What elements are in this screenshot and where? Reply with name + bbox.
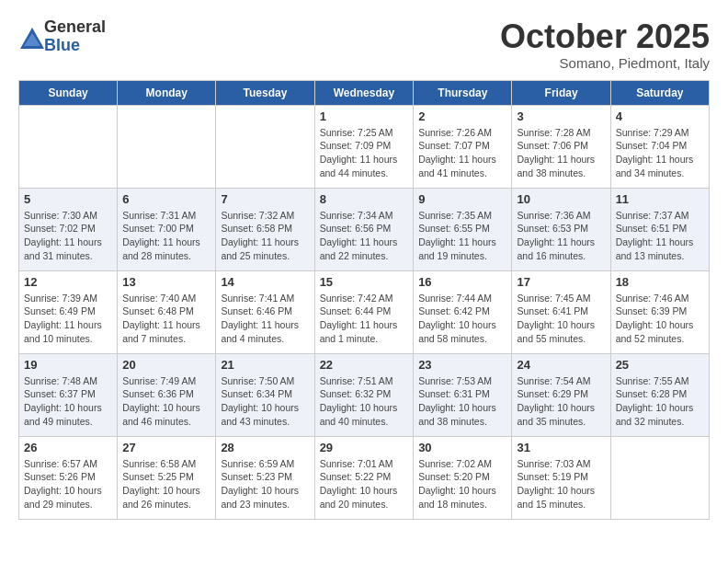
day-number: 23 bbox=[418, 358, 506, 372]
calendar-cell: 17Sunrise: 7:45 AMSunset: 6:41 PMDayligh… bbox=[512, 270, 610, 353]
calendar-cell: 3Sunrise: 7:28 AMSunset: 7:06 PMDaylight… bbox=[512, 105, 610, 188]
day-number: 19 bbox=[24, 358, 112, 372]
cell-content: Sunrise: 7:30 AMSunset: 7:02 PMDaylight:… bbox=[24, 210, 102, 261]
cell-content: Sunrise: 7:45 AMSunset: 6:41 PMDaylight:… bbox=[517, 293, 595, 344]
cell-content: Sunrise: 7:49 AMSunset: 6:36 PMDaylight:… bbox=[122, 375, 200, 427]
calendar-cell: 20Sunrise: 7:49 AMSunset: 6:36 PMDayligh… bbox=[118, 353, 216, 436]
cell-content: Sunrise: 7:53 AMSunset: 6:31 PMDaylight:… bbox=[418, 375, 496, 427]
calendar-cell: 15Sunrise: 7:42 AMSunset: 6:44 PMDayligh… bbox=[314, 270, 414, 353]
day-number: 27 bbox=[122, 441, 210, 454]
cell-content: Sunrise: 7:46 AMSunset: 6:39 PMDaylight:… bbox=[616, 293, 694, 344]
weekday-header: Tuesday bbox=[216, 80, 314, 105]
day-number: 16 bbox=[418, 275, 506, 289]
cell-content: Sunrise: 6:58 AMSunset: 5:25 PMDaylight:… bbox=[122, 458, 200, 510]
calendar-cell: 16Sunrise: 7:44 AMSunset: 6:42 PMDayligh… bbox=[414, 270, 512, 353]
calendar-cell bbox=[19, 105, 118, 188]
day-number: 28 bbox=[221, 441, 309, 454]
calendar-cell: 6Sunrise: 7:31 AMSunset: 7:00 PMDaylight… bbox=[118, 188, 216, 270]
title-block: October 2025 Somano, Piedmont, Italy bbox=[500, 18, 710, 71]
day-number: 30 bbox=[418, 441, 506, 454]
day-number: 25 bbox=[616, 358, 704, 372]
calendar-cell: 4Sunrise: 7:29 AMSunset: 7:04 PMDaylight… bbox=[610, 105, 709, 188]
calendar-cell: 27Sunrise: 6:58 AMSunset: 5:25 PMDayligh… bbox=[118, 436, 216, 519]
calendar-cell: 14Sunrise: 7:41 AMSunset: 6:46 PMDayligh… bbox=[216, 270, 314, 353]
cell-content: Sunrise: 7:29 AMSunset: 7:04 PMDaylight:… bbox=[616, 127, 694, 178]
calendar-cell: 18Sunrise: 7:46 AMSunset: 6:39 PMDayligh… bbox=[610, 270, 709, 353]
cell-content: Sunrise: 7:37 AMSunset: 6:51 PMDaylight:… bbox=[616, 210, 694, 261]
logo-text: General Blue bbox=[44, 18, 106, 55]
calendar-cell bbox=[216, 105, 314, 188]
day-number: 2 bbox=[418, 109, 506, 123]
day-number: 4 bbox=[616, 109, 704, 123]
calendar-cell bbox=[610, 436, 709, 519]
day-number: 29 bbox=[320, 441, 409, 454]
calendar-cell: 21Sunrise: 7:50 AMSunset: 6:34 PMDayligh… bbox=[216, 353, 314, 436]
calendar-week-row: 19Sunrise: 7:48 AMSunset: 6:37 PMDayligh… bbox=[19, 353, 710, 436]
cell-content: Sunrise: 7:36 AMSunset: 6:53 PMDaylight:… bbox=[517, 210, 595, 261]
calendar-cell: 7Sunrise: 7:32 AMSunset: 6:58 PMDaylight… bbox=[216, 188, 314, 270]
logo-icon bbox=[18, 26, 40, 48]
day-number: 31 bbox=[517, 441, 605, 454]
calendar-cell: 26Sunrise: 6:57 AMSunset: 5:26 PMDayligh… bbox=[19, 436, 118, 519]
cell-content: Sunrise: 7:31 AMSunset: 7:00 PMDaylight:… bbox=[122, 210, 200, 261]
cell-content: Sunrise: 7:34 AMSunset: 6:56 PMDaylight:… bbox=[320, 210, 398, 261]
cell-content: Sunrise: 7:03 AMSunset: 5:19 PMDaylight:… bbox=[517, 458, 595, 510]
calendar-week-row: 1Sunrise: 7:25 AMSunset: 7:09 PMDaylight… bbox=[19, 105, 710, 188]
calendar-cell: 31Sunrise: 7:03 AMSunset: 5:19 PMDayligh… bbox=[512, 436, 610, 519]
cell-content: Sunrise: 7:44 AMSunset: 6:42 PMDaylight:… bbox=[418, 293, 496, 344]
cell-content: Sunrise: 7:48 AMSunset: 6:37 PMDaylight:… bbox=[24, 375, 102, 427]
calendar-cell: 13Sunrise: 7:40 AMSunset: 6:48 PMDayligh… bbox=[118, 270, 216, 353]
day-number: 22 bbox=[320, 358, 409, 372]
day-number: 18 bbox=[616, 275, 704, 289]
day-number: 1 bbox=[320, 109, 409, 123]
weekday-header: Saturday bbox=[610, 80, 709, 105]
day-number: 21 bbox=[221, 358, 309, 372]
location: Somano, Piedmont, Italy bbox=[500, 55, 710, 71]
calendar-table: SundayMondayTuesdayWednesdayThursdayFrid… bbox=[18, 80, 710, 520]
weekday-header: Thursday bbox=[414, 80, 512, 105]
cell-content: Sunrise: 7:42 AMSunset: 6:44 PMDaylight:… bbox=[320, 293, 398, 344]
calendar-cell: 19Sunrise: 7:48 AMSunset: 6:37 PMDayligh… bbox=[19, 353, 118, 436]
logo: General Blue bbox=[18, 18, 106, 55]
cell-content: Sunrise: 7:50 AMSunset: 6:34 PMDaylight:… bbox=[221, 375, 299, 427]
cell-content: Sunrise: 7:51 AMSunset: 6:32 PMDaylight:… bbox=[320, 375, 398, 427]
calendar-cell: 30Sunrise: 7:02 AMSunset: 5:20 PMDayligh… bbox=[414, 436, 512, 519]
day-number: 11 bbox=[616, 192, 704, 206]
calendar-cell: 5Sunrise: 7:30 AMSunset: 7:02 PMDaylight… bbox=[19, 188, 118, 270]
cell-content: Sunrise: 7:35 AMSunset: 6:55 PMDaylight:… bbox=[418, 210, 496, 261]
day-number: 12 bbox=[24, 275, 112, 289]
weekday-header: Monday bbox=[118, 80, 216, 105]
logo-general: General bbox=[44, 17, 106, 36]
calendar-cell: 28Sunrise: 6:59 AMSunset: 5:23 PMDayligh… bbox=[216, 436, 314, 519]
month-title: October 2025 bbox=[500, 18, 710, 55]
day-number: 5 bbox=[24, 192, 112, 206]
calendar-cell: 25Sunrise: 7:55 AMSunset: 6:28 PMDayligh… bbox=[610, 353, 709, 436]
cell-content: Sunrise: 6:57 AMSunset: 5:26 PMDaylight:… bbox=[24, 458, 102, 510]
day-number: 9 bbox=[418, 192, 506, 206]
weekday-header: Friday bbox=[512, 80, 610, 105]
day-number: 26 bbox=[24, 441, 112, 454]
day-number: 3 bbox=[517, 109, 605, 123]
cell-content: Sunrise: 7:01 AMSunset: 5:22 PMDaylight:… bbox=[320, 458, 398, 510]
calendar-cell: 22Sunrise: 7:51 AMSunset: 6:32 PMDayligh… bbox=[314, 353, 414, 436]
day-number: 24 bbox=[517, 358, 605, 372]
cell-content: Sunrise: 7:25 AMSunset: 7:09 PMDaylight:… bbox=[320, 127, 398, 178]
cell-content: Sunrise: 7:32 AMSunset: 6:58 PMDaylight:… bbox=[221, 210, 299, 261]
cell-content: Sunrise: 7:55 AMSunset: 6:28 PMDaylight:… bbox=[616, 375, 694, 427]
day-number: 10 bbox=[517, 192, 605, 206]
calendar-cell bbox=[118, 105, 216, 188]
weekday-header: Wednesday bbox=[314, 80, 414, 105]
day-number: 6 bbox=[122, 192, 210, 206]
calendar-cell: 8Sunrise: 7:34 AMSunset: 6:56 PMDaylight… bbox=[314, 188, 414, 270]
page-header: General Blue October 2025 Somano, Piedmo… bbox=[18, 18, 710, 71]
calendar-week-row: 26Sunrise: 6:57 AMSunset: 5:26 PMDayligh… bbox=[19, 436, 710, 519]
calendar-cell: 9Sunrise: 7:35 AMSunset: 6:55 PMDaylight… bbox=[414, 188, 512, 270]
day-number: 20 bbox=[122, 358, 210, 372]
calendar-cell: 1Sunrise: 7:25 AMSunset: 7:09 PMDaylight… bbox=[314, 105, 414, 188]
weekday-header-row: SundayMondayTuesdayWednesdayThursdayFrid… bbox=[19, 80, 710, 105]
day-number: 13 bbox=[122, 275, 210, 289]
cell-content: Sunrise: 6:59 AMSunset: 5:23 PMDaylight:… bbox=[221, 458, 299, 510]
cell-content: Sunrise: 7:40 AMSunset: 6:48 PMDaylight:… bbox=[122, 293, 200, 344]
day-number: 8 bbox=[320, 192, 409, 206]
cell-content: Sunrise: 7:28 AMSunset: 7:06 PMDaylight:… bbox=[517, 127, 595, 178]
